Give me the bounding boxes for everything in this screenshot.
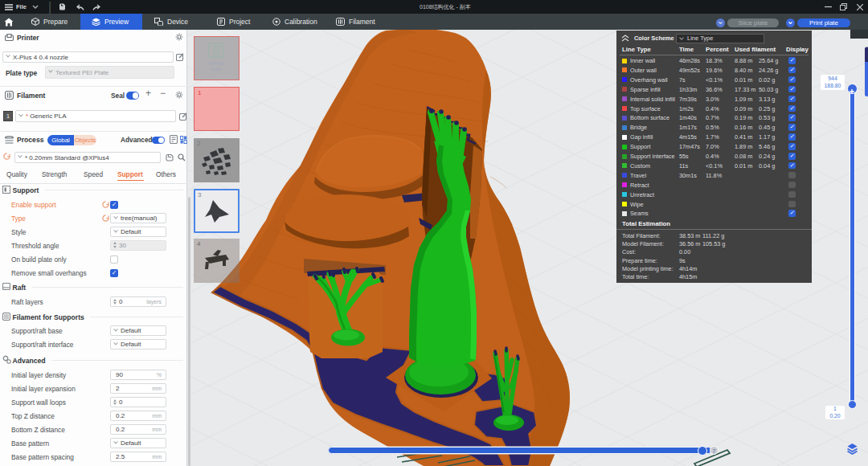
svg-text:ATTFiled: ATTFiled	[208, 61, 224, 66]
svg-text:Gslim: Gslim	[211, 67, 222, 72]
